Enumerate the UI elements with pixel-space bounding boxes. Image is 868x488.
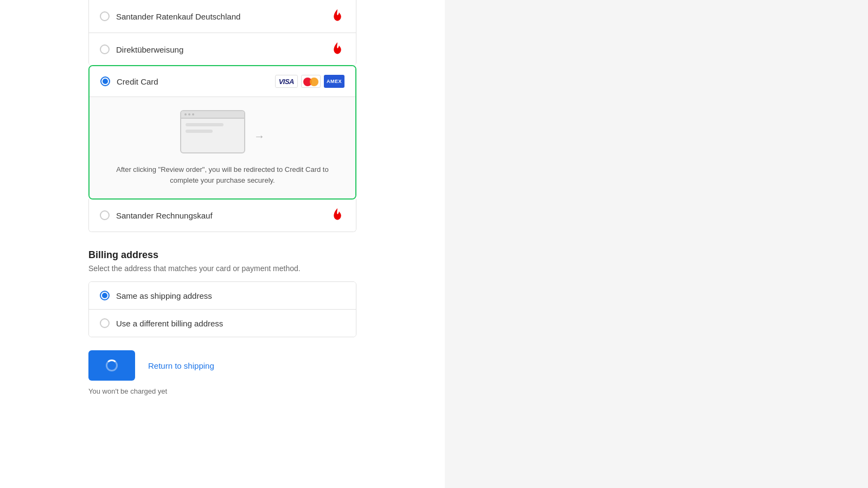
billing-options-list: Same as shipping address Use a different… bbox=[88, 281, 356, 337]
radio-credit-card[interactable] bbox=[100, 76, 110, 86]
card-logos: VISA AMEX bbox=[275, 75, 344, 88]
loading-spinner bbox=[106, 359, 118, 371]
radio-direktueberweisung[interactable] bbox=[100, 44, 110, 54]
payment-option-direktueberweisung[interactable]: Direktüberweisung bbox=[89, 33, 356, 66]
submit-button[interactable] bbox=[88, 350, 135, 381]
payment-option-santander-ratenkauf[interactable]: Santander Ratenkauf Deutschland bbox=[89, 0, 356, 33]
browser-mockup bbox=[180, 110, 245, 153]
radio-santander-ratenkauf[interactable] bbox=[100, 11, 110, 21]
santander-flame-icon-2 bbox=[330, 42, 345, 57]
payment-option-santander-rechnung[interactable]: Santander Rechnungskauf bbox=[89, 199, 356, 232]
credit-card-section: Credit Card VISA AMEX bbox=[88, 65, 356, 200]
action-row: Return to shipping bbox=[88, 350, 356, 381]
billing-option-different-address[interactable]: Use a different billing address bbox=[89, 310, 356, 337]
santander-rechnung-label: Santander Rechnungskauf bbox=[116, 211, 213, 220]
redirect-visual bbox=[180, 110, 265, 162]
visa-logo: VISA bbox=[275, 75, 298, 88]
billing-subtitle: Select the address that matches your car… bbox=[88, 264, 356, 273]
right-panel bbox=[445, 0, 868, 488]
mastercard-logo bbox=[301, 75, 321, 88]
radio-santander-rechnung[interactable] bbox=[100, 210, 110, 220]
not-charged-notice: You won't be charged yet bbox=[88, 387, 356, 395]
billing-title: Billing address bbox=[88, 249, 356, 261]
return-to-shipping-link[interactable]: Return to shipping bbox=[148, 361, 214, 370]
radio-same-shipping[interactable] bbox=[100, 291, 110, 300]
payment-option-label: Santander Ratenkauf Deutschland bbox=[116, 12, 240, 21]
credit-card-label: Credit Card bbox=[117, 77, 158, 86]
redirect-description: After clicking "Review order", you will … bbox=[114, 164, 331, 185]
credit-card-redirect-info: After clicking "Review order", you will … bbox=[90, 97, 355, 198]
santander-flame-icon bbox=[330, 9, 345, 24]
same-shipping-label: Same as shipping address bbox=[116, 291, 212, 300]
payment-option-label: Direktüberweisung bbox=[116, 45, 183, 54]
payment-option-credit-card[interactable]: Credit Card VISA AMEX bbox=[90, 66, 355, 97]
billing-option-same-shipping[interactable]: Same as shipping address bbox=[89, 282, 356, 310]
redirect-arrow bbox=[250, 130, 265, 143]
different-address-label: Use a different billing address bbox=[116, 319, 223, 328]
amex-logo: AMEX bbox=[324, 75, 344, 88]
billing-address-section: Billing address Select the address that … bbox=[88, 249, 356, 337]
santander-flame-icon-3 bbox=[330, 208, 345, 223]
radio-different-address[interactable] bbox=[100, 318, 110, 328]
